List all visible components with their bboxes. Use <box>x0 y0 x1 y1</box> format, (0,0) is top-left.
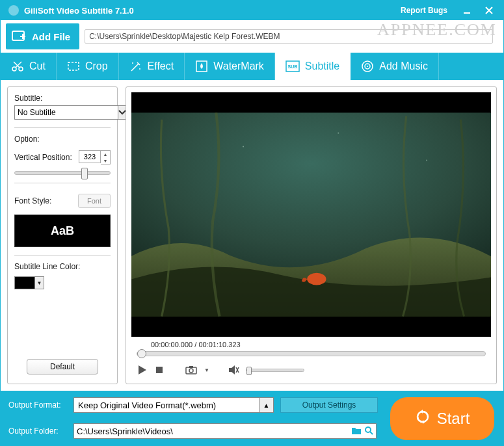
video-preview[interactable] <box>131 92 491 337</box>
chevron-up-icon[interactable]: ▲ <box>259 398 273 412</box>
add-file-button[interactable]: Add File <box>6 23 79 49</box>
svg-point-12 <box>139 68 140 70</box>
app-logo-icon <box>8 5 19 16</box>
line-color-picker[interactable]: ▼ <box>14 276 44 289</box>
vpos-input[interactable] <box>79 150 101 163</box>
output-format-label: Output Format: <box>8 400 67 410</box>
player-controls: ▼ <box>137 364 486 376</box>
spin-down-icon[interactable]: ▼ <box>101 157 110 164</box>
watermark-text: APPNEE.COM <box>377 20 497 40</box>
wand-icon <box>129 60 142 73</box>
tab-add-music[interactable]: Add Music <box>351 53 439 80</box>
output-folder-value: C:\Users\Sprinkle\Videos\ <box>77 426 173 436</box>
tabs: Cut Crop Effect WaterMark SUBSubtitle Ad… <box>1 53 503 80</box>
slider-thumb[interactable] <box>81 168 88 179</box>
svg-rect-28 <box>189 366 193 368</box>
svg-point-24 <box>426 159 427 161</box>
titlebar: GiliSoft Video Subtitle 7.1.0 Report Bug… <box>1 1 503 20</box>
mute-button[interactable] <box>228 365 239 375</box>
output-settings-button[interactable]: Output Settings <box>280 397 378 413</box>
tab-add-music-label: Add Music <box>379 60 428 72</box>
tab-watermark-label: WaterMark <box>213 60 264 72</box>
vpos-stepper[interactable]: ▲▼ <box>79 150 111 164</box>
search-icon[interactable] <box>364 426 373 437</box>
svg-line-32 <box>370 432 373 434</box>
output-format-value: Keep Original Video Format(*.webm) <box>78 400 216 410</box>
divider <box>14 183 111 183</box>
output-format-select[interactable]: Keep Original Video Format(*.webm)▲ <box>73 397 274 413</box>
svg-text:SUB: SUB <box>287 64 297 69</box>
subtitle-select-input[interactable] <box>14 105 118 120</box>
option-label: Option: <box>14 135 111 144</box>
tab-cut-label: Cut <box>29 60 46 72</box>
tab-effect-label: Effect <box>148 60 174 72</box>
font-preview: AaB <box>14 215 111 247</box>
spin-up-icon[interactable]: ▲ <box>101 151 110 157</box>
svg-point-23 <box>338 133 339 134</box>
divider <box>14 255 111 256</box>
filepath-text: C:\Users\Sprinkle\Desktop\Majestic Kelp … <box>89 32 280 41</box>
svg-rect-25 <box>156 367 163 373</box>
volume-handle[interactable] <box>246 367 252 375</box>
divider <box>14 127 111 128</box>
subtitle-select[interactable] <box>14 105 111 120</box>
time-total: 00:01:10.323 <box>198 341 240 348</box>
snapshot-button[interactable] <box>185 365 198 375</box>
svg-point-11 <box>132 62 133 64</box>
font-style-label: Font Style: <box>14 196 51 205</box>
vpos-slider[interactable] <box>14 171 111 175</box>
svg-point-21 <box>307 273 326 285</box>
timecode: 00:00:00.000 / 00:01:10.323 <box>151 341 491 348</box>
subtitle-label: Subtitle: <box>14 94 111 103</box>
tab-crop-label: Crop <box>85 60 108 72</box>
bottom-bar: Output Format: Keep Original Video Forma… <box>1 391 503 446</box>
toolbar: Add File C:\Users\Sprinkle\Desktop\Majes… <box>1 20 503 53</box>
vpos-label: Vertical Position: <box>14 153 72 162</box>
line-color-label: Subtitle Line Color: <box>14 262 111 271</box>
scissors-icon <box>11 60 24 73</box>
refresh-icon <box>415 409 431 428</box>
player-panel: 00:00:00.000 / 00:01:10.323 ▼ <box>126 86 497 384</box>
svg-point-22 <box>243 146 244 148</box>
subtitle-icon: SUB <box>285 60 300 72</box>
color-swatch-icon <box>15 277 34 289</box>
tab-watermark[interactable]: WaterMark <box>185 53 275 80</box>
output-folder-field[interactable]: C:\Users\Sprinkle\Videos\ <box>73 423 377 439</box>
app-title: GiliSoft Video Subtitle 7.1.0 <box>24 6 134 16</box>
sidebar-panel: Subtitle: Option: Vertical Position: ▲▼ … <box>7 86 118 384</box>
font-button[interactable]: Font <box>78 194 111 208</box>
snapshot-dropdown-icon[interactable]: ▼ <box>204 367 209 373</box>
svg-rect-10 <box>68 62 79 70</box>
minimize-button[interactable] <box>460 4 473 17</box>
tab-crop[interactable]: Crop <box>57 53 119 80</box>
add-file-icon <box>11 29 28 44</box>
drop-icon <box>195 60 208 73</box>
add-file-label: Add File <box>32 31 70 42</box>
tab-subtitle-label: Subtitle <box>305 60 339 72</box>
seek-handle[interactable] <box>137 349 146 358</box>
svg-point-18 <box>367 66 368 67</box>
volume-slider[interactable] <box>246 369 304 372</box>
report-bugs-link[interactable]: Report Bugs <box>401 6 447 15</box>
start-button[interactable]: Start <box>390 397 494 440</box>
output-folder-label: Output Folder: <box>8 426 67 436</box>
crop-icon <box>67 61 80 72</box>
stop-button[interactable] <box>155 365 164 374</box>
content-area: Subtitle: Option: Vertical Position: ▲▼ … <box>1 80 503 391</box>
start-label: Start <box>437 410 470 428</box>
close-button[interactable] <box>483 4 496 17</box>
chevron-down-icon[interactable]: ▼ <box>34 277 44 289</box>
tab-subtitle[interactable]: SUBSubtitle <box>275 53 351 80</box>
svg-point-31 <box>365 427 371 432</box>
play-button[interactable] <box>137 364 148 376</box>
seekbar[interactable] <box>137 351 486 356</box>
tab-effect[interactable]: Effect <box>119 53 185 80</box>
tab-cut[interactable]: Cut <box>1 53 57 80</box>
folder-icon[interactable] <box>351 426 362 437</box>
svg-point-27 <box>189 369 193 373</box>
music-icon <box>361 60 374 73</box>
time-current: 00:00:00.000 <box>151 341 192 348</box>
default-button[interactable]: Default <box>27 359 98 374</box>
